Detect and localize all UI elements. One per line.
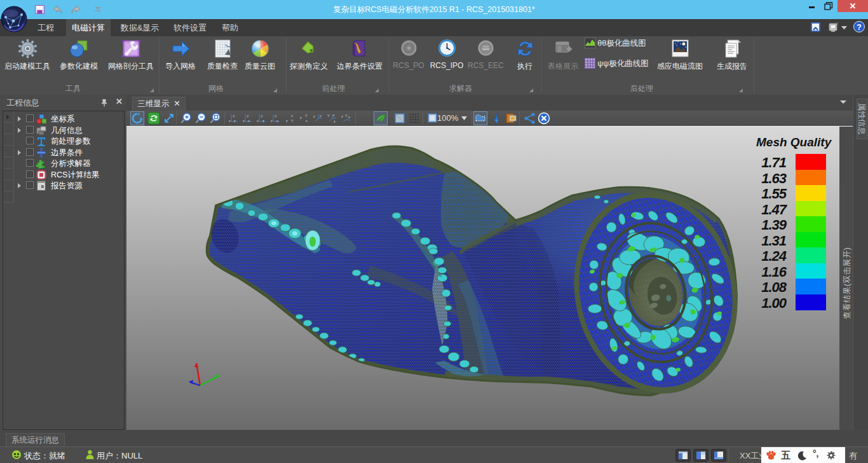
- svg-text:Y: Y: [261, 114, 263, 118]
- svg-text:z: z: [234, 119, 236, 123]
- svg-text:Y: Y: [247, 114, 249, 118]
- svg-text:z: z: [313, 114, 315, 118]
- svg-text:Y: Y: [233, 114, 235, 118]
- svg-text:Y: Y: [275, 114, 277, 118]
- svg-text:z: z: [286, 119, 288, 123]
- svg-text:z: z: [271, 119, 273, 123]
- svg-text:x: x: [291, 114, 293, 118]
- svg-text:z: z: [300, 116, 302, 120]
- svg-text:z: z: [341, 114, 343, 118]
- svg-text:z: z: [262, 119, 264, 123]
- svg-text:Y: Y: [327, 114, 330, 118]
- svg-text:x: x: [229, 119, 231, 123]
- svg-text:x: x: [306, 119, 308, 123]
- svg-text:x: x: [320, 114, 322, 118]
- svg-text:x: x: [333, 113, 335, 117]
- svg-text:Y: Y: [291, 119, 294, 123]
- svg-text:x: x: [348, 115, 350, 119]
- svg-text:x: x: [276, 119, 278, 123]
- svg-text:z: z: [334, 120, 336, 123]
- svg-text:Y: Y: [345, 114, 348, 118]
- svg-text:x: x: [248, 119, 250, 123]
- svg-text:Y: Y: [305, 114, 308, 118]
- svg-text:x: x: [257, 119, 259, 123]
- svg-text:z: z: [243, 119, 245, 123]
